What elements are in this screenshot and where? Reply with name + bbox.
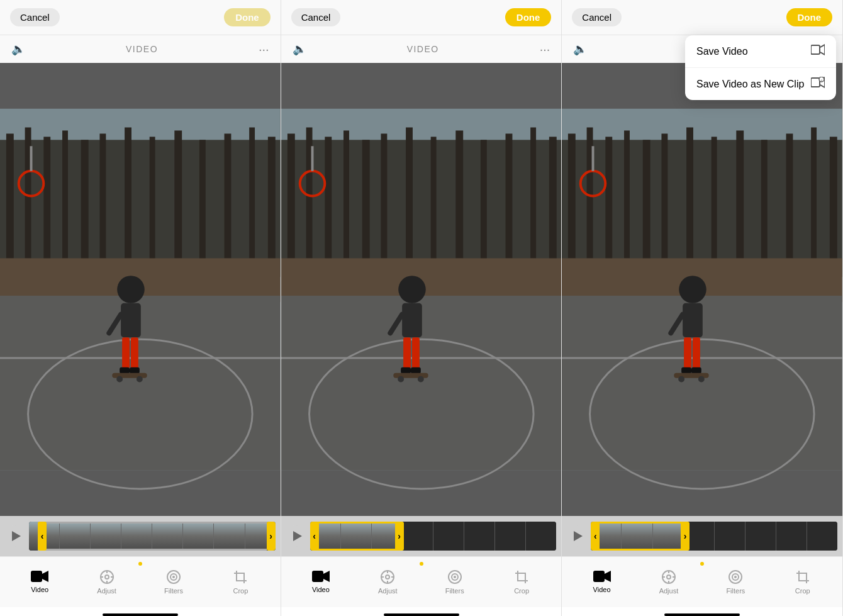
toolbar-crop-3[interactable]: Crop (784, 569, 822, 595)
toolbar-filters-1[interactable]: Filters (155, 569, 193, 595)
svg-point-119 (698, 376, 705, 383)
svg-rect-67 (401, 367, 411, 374)
svg-rect-84 (811, 45, 820, 54)
svg-rect-8 (125, 128, 131, 259)
toolbar-filters-3[interactable]: Filters (717, 569, 754, 595)
volume-icon-3: 🔈 (573, 42, 587, 56)
svg-rect-1 (0, 140, 281, 277)
svg-rect-10 (174, 130, 182, 258)
svg-rect-26 (130, 367, 140, 374)
crop-tab-label-1: Crop (233, 587, 248, 595)
save-new-clip-option[interactable]: Save Video as New Clip + (685, 68, 836, 100)
svg-rect-64 (402, 303, 422, 337)
adjust-tab-icon-2 (380, 569, 395, 585)
svg-rect-5 (62, 130, 68, 258)
svg-rect-44 (288, 133, 295, 258)
svg-point-131 (734, 576, 737, 578)
active-indicator-3 (700, 562, 704, 566)
frame-3-7 (776, 522, 807, 551)
filters-tab-icon-2 (447, 569, 462, 585)
save-video-option[interactable]: Save Video (685, 35, 836, 68)
more-options-icon-1[interactable]: ··· (259, 42, 269, 57)
volume-icon-1: 🔈 (11, 42, 25, 56)
timeline-strip-3: ‹ › (591, 522, 837, 551)
frame-2 (60, 522, 91, 551)
cancel-button-3[interactable]: Cancel (572, 8, 622, 26)
svg-point-41 (172, 576, 175, 578)
save-new-clip-label: Save Video as New Clip (696, 79, 804, 90)
trim-handle-right-1[interactable]: › (267, 522, 276, 551)
save-new-clip-icon: + (811, 77, 825, 91)
dropdown-menu-3: Save Video Save Video as New Clip + (685, 35, 836, 100)
svg-rect-49 (381, 133, 387, 258)
filters-tab-icon-3 (728, 569, 743, 585)
volume-icon-2: 🔈 (293, 42, 306, 56)
svg-point-128 (667, 575, 671, 579)
toolbar-filters-2[interactable]: Filters (436, 569, 474, 595)
svg-rect-102 (786, 133, 793, 258)
timeline-bar-1: ‹ › (0, 516, 281, 556)
toolbar-adjust-2[interactable]: Adjust (369, 569, 406, 595)
toolbar-crop-1[interactable]: Crop (221, 569, 259, 595)
svg-rect-6 (81, 140, 89, 261)
cancel-button-2[interactable]: Cancel (291, 8, 341, 26)
video-tab-label-1: Video (31, 586, 48, 593)
done-button-3[interactable]: Done (786, 8, 833, 26)
svg-rect-68 (411, 367, 421, 374)
trim-handle-left-1[interactable]: ‹ (38, 522, 47, 551)
svg-rect-92 (568, 133, 576, 258)
svg-rect-53 (481, 140, 487, 261)
play-button-1[interactable] (5, 525, 26, 547)
video-area-3 (562, 63, 842, 516)
svg-point-29 (137, 376, 143, 383)
trim-handle-left-2[interactable]: ‹ (310, 522, 319, 551)
video-header-1: 🔈 VIDEO ··· (0, 35, 281, 63)
done-button-1[interactable]: Done (224, 8, 271, 26)
trim-handle-right-3[interactable]: › (681, 522, 689, 551)
toolbar-video-3[interactable]: Video (583, 569, 621, 595)
svg-rect-11 (199, 140, 206, 261)
trim-handle-right-2[interactable]: › (395, 522, 404, 551)
svg-rect-54 (505, 133, 512, 258)
frame-3-5 (715, 522, 745, 551)
svg-rect-9 (150, 137, 155, 261)
frame-3 (91, 522, 121, 551)
save-video-icon (811, 44, 825, 59)
trim-handle-left-3[interactable]: ‹ (591, 522, 600, 551)
video-scene-3 (562, 63, 842, 516)
yellow-trim-region-3: ‹ › (591, 522, 689, 551)
toolbar-video-1[interactable]: Video (21, 569, 59, 595)
adjust-tab-icon-1 (99, 569, 114, 585)
toolbar-items-3: Video Adjust Filters (562, 569, 842, 595)
more-options-icon-2[interactable]: ··· (540, 42, 550, 57)
svg-rect-55 (530, 128, 536, 259)
svg-rect-24 (131, 337, 138, 369)
video-tab-label-3: Video (593, 586, 611, 593)
cancel-button-1[interactable]: Cancel (10, 8, 60, 26)
toolbar-crop-2[interactable]: Crop (503, 569, 540, 595)
frame-4 (121, 522, 152, 551)
svg-rect-114 (693, 337, 700, 369)
play-button-2[interactable] (286, 525, 308, 547)
video-tab-label-2: Video (312, 586, 330, 593)
frame-3-8 (807, 522, 837, 551)
svg-rect-100 (737, 130, 744, 258)
svg-point-28 (116, 376, 123, 383)
home-indicator-3 (664, 613, 740, 616)
play-button-3[interactable] (567, 525, 588, 547)
toolbar-video-2[interactable]: Video (302, 569, 340, 595)
phone-panel-1: Cancel Done 🔈 VIDEO ··· (0, 0, 281, 616)
toolbar-adjust-1[interactable]: Adjust (88, 569, 126, 595)
svg-text:+: + (820, 78, 823, 82)
frame-2-6 (464, 522, 495, 551)
svg-marker-122 (605, 571, 611, 582)
top-bar-1: Cancel Done (0, 0, 281, 35)
filters-tab-label-1: Filters (164, 587, 183, 595)
done-button-2[interactable]: Done (505, 8, 552, 26)
timeline-strip-2: ‹ › (310, 522, 557, 551)
adjust-tab-label-3: Adjust (659, 587, 679, 595)
svg-rect-7 (99, 133, 106, 258)
toolbar-adjust-3[interactable]: Adjust (650, 569, 688, 595)
play-icon-2 (293, 531, 302, 541)
trim-bottom-border-3 (600, 549, 681, 551)
